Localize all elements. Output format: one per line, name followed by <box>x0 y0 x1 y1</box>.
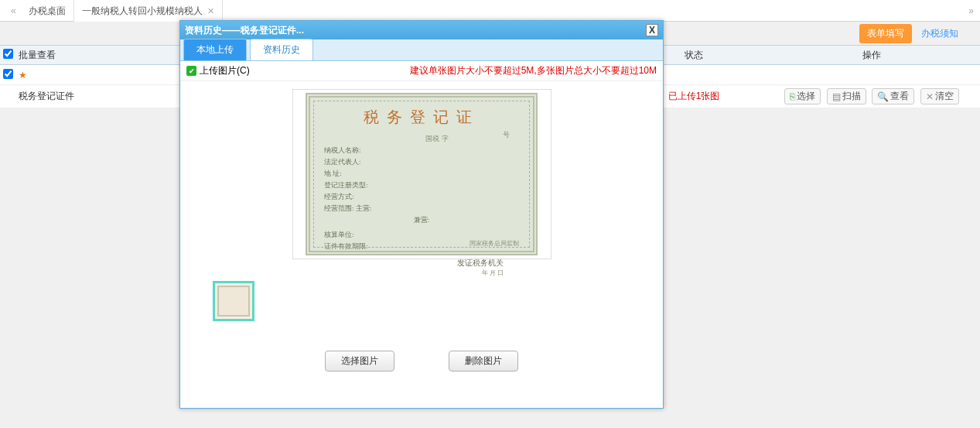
cert-date: 年 月 日 <box>324 269 519 277</box>
cert-sub-right: 号 <box>503 130 510 140</box>
preview-area: 税务登记证 国税 字 号 纳税人名称: 法定代表人: 地 址: 登记注册类型: … <box>180 81 663 379</box>
upload-label[interactable]: 上传图片(C) <box>200 64 250 77</box>
upload-controls: ✔ 上传图片(C) 建议单张图片大小不要超过5M,多张图片总大小不要超过10M <box>180 61 663 81</box>
checkbox-row-filter[interactable] <box>3 69 13 79</box>
size-hint: 建议单张图片大小不要超过5M,多张图片总大小不要超过10M <box>410 64 657 77</box>
dialog-tabs: 本地上传 资料历史 <box>180 39 663 61</box>
attach-icon: ⎘ <box>790 91 795 102</box>
close-icon[interactable]: ✕ <box>207 0 214 22</box>
delete-image-button[interactable]: 删除图片 <box>449 351 518 372</box>
choose-image-button[interactable]: 选择图片 <box>325 351 394 372</box>
cert-footer: 国家税务总局监制 <box>470 239 519 248</box>
dialog-footer: 选择图片 删除图片 <box>325 351 518 372</box>
clear-button[interactable]: ✕清空 <box>920 88 959 104</box>
close-icon[interactable]: X <box>646 24 658 36</box>
dialog-titlebar[interactable]: 资料历史——税务登记证件... X <box>180 21 663 39</box>
certificate-image: 税务登记证 国税 字 号 纳税人名称: 法定代表人: 地 址: 登记注册类型: … <box>306 93 538 255</box>
tab-material-history[interactable]: 资料历史 <box>250 39 313 60</box>
tab-taxpayer-convert[interactable]: 一般纳税人转回小规模纳税人 ✕ <box>74 0 223 22</box>
scan-button[interactable]: ▤扫描 <box>827 88 866 104</box>
history-dialog: 资料历史——税务登记证件... X 本地上传 资料历史 ✔ 上传图片(C) 建议… <box>179 20 664 409</box>
check-icon: ✔ <box>186 66 196 76</box>
tabs-prev-icon[interactable]: « <box>6 5 21 16</box>
thumbnail-image <box>217 286 250 317</box>
view-button[interactable]: 🔍查看 <box>872 88 914 104</box>
checkbox-batch[interactable] <box>3 49 13 59</box>
tab-desktop[interactable]: 办税桌面 <box>21 0 74 22</box>
tabs-next-icon[interactable]: » <box>968 5 980 16</box>
tab-label: 一般纳税人转回小规模纳税人 <box>82 0 203 22</box>
thumbnail-strip <box>213 281 254 321</box>
tab-label: 办税桌面 <box>29 0 66 22</box>
form-fill-button[interactable]: 表单填写 <box>859 24 912 43</box>
top-tab-bar: « 办税桌面 一般纳税人转回小规模纳税人 ✕ » <box>0 0 980 22</box>
cert-authority: 发证税务机关 <box>324 258 519 269</box>
dialog-title-text: 资料历史——税务登记证件... <box>185 24 304 37</box>
image-preview[interactable]: 税务登记证 国税 字 号 纳税人名称: 法定代表人: 地 址: 登记注册类型: … <box>292 89 551 259</box>
select-button[interactable]: ⎘选择 <box>784 88 821 104</box>
scan-icon: ▤ <box>832 91 841 102</box>
col-operation: 操作 <box>763 49 980 62</box>
thumbnail-selected[interactable] <box>213 281 254 321</box>
x-icon: ✕ <box>926 91 934 102</box>
star-icon: ★ <box>19 70 27 80</box>
tab-local-upload[interactable]: 本地上传 <box>183 39 247 60</box>
search-icon: 🔍 <box>877 91 889 102</box>
notice-button[interactable]: 办税须知 <box>915 24 965 43</box>
